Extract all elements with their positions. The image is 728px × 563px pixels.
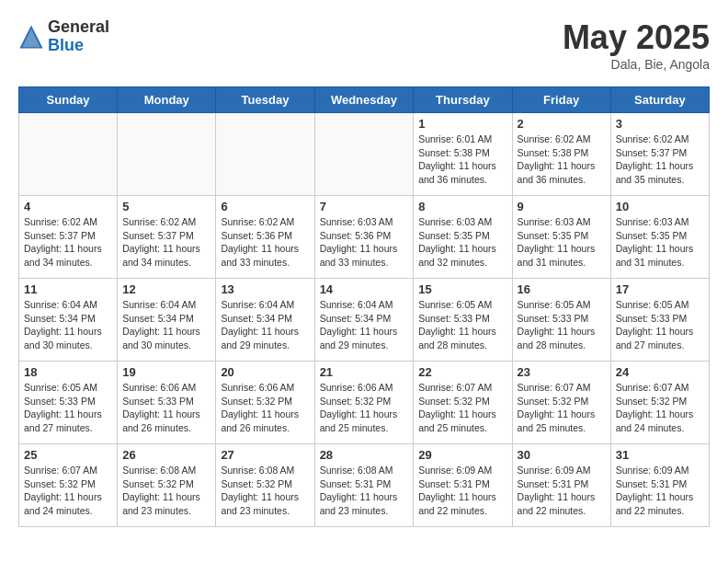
calendar-cell: 9Sunrise: 6:03 AMSunset: 5:35 PMDaylight…	[512, 196, 610, 279]
day-number: 8	[418, 200, 506, 213]
day-number: 20	[221, 365, 309, 379]
calendar-table: SundayMondayTuesdayWednesdayThursdayFrid…	[18, 86, 710, 527]
day-number: 7	[320, 200, 409, 213]
calendar-cell	[19, 113, 118, 196]
calendar-cell: 8Sunrise: 6:03 AMSunset: 5:35 PMDaylight…	[414, 196, 512, 279]
calendar-cell	[216, 113, 314, 196]
week-row-5: 25Sunrise: 6:07 AMSunset: 5:32 PMDayligh…	[19, 444, 710, 527]
location: Dala, Bie, Angola	[563, 57, 710, 72]
day-number: 21	[320, 365, 409, 379]
day-number: 19	[122, 365, 210, 379]
week-row-1: 1Sunrise: 6:01 AMSunset: 5:38 PMDaylight…	[19, 113, 710, 196]
day-info: Sunrise: 6:09 AMSunset: 5:31 PMDaylight:…	[616, 464, 704, 518]
day-info: Sunrise: 6:09 AMSunset: 5:31 PMDaylight:…	[518, 464, 606, 518]
col-header-tuesday: Tuesday	[216, 87, 314, 113]
calendar-cell: 27Sunrise: 6:08 AMSunset: 5:32 PMDayligh…	[216, 444, 314, 527]
calendar-cell: 24Sunrise: 6:07 AMSunset: 5:32 PMDayligh…	[610, 362, 709, 444]
day-info: Sunrise: 6:06 AMSunset: 5:33 PMDaylight:…	[122, 381, 210, 435]
day-info: Sunrise: 6:05 AMSunset: 5:33 PMDaylight:…	[616, 298, 704, 352]
day-info: Sunrise: 6:03 AMSunset: 5:36 PMDaylight:…	[320, 215, 409, 270]
day-info: Sunrise: 6:03 AMSunset: 5:35 PMDaylight:…	[518, 215, 606, 270]
day-info: Sunrise: 6:02 AMSunset: 5:37 PMDaylight:…	[616, 132, 704, 187]
calendar-cell: 21Sunrise: 6:06 AMSunset: 5:32 PMDayligh…	[314, 362, 414, 444]
calendar-cell: 7Sunrise: 6:03 AMSunset: 5:36 PMDaylight…	[314, 196, 414, 279]
page-header: General Blue May 2025 Dala, Bie, Angola	[18, 18, 710, 72]
calendar-cell: 25Sunrise: 6:07 AMSunset: 5:32 PMDayligh…	[19, 444, 118, 527]
calendar-cell: 11Sunrise: 6:04 AMSunset: 5:34 PMDayligh…	[19, 279, 118, 362]
month-title: May 2025	[563, 18, 710, 57]
day-number: 13	[221, 282, 309, 296]
calendar-cell: 3Sunrise: 6:02 AMSunset: 5:37 PMDaylight…	[610, 113, 709, 196]
col-header-monday: Monday	[118, 87, 216, 113]
calendar-header-row: SundayMondayTuesdayWednesdayThursdayFrid…	[19, 87, 710, 113]
col-header-saturday: Saturday	[610, 87, 709, 113]
day-number: 24	[616, 365, 704, 379]
day-info: Sunrise: 6:04 AMSunset: 5:34 PMDaylight:…	[320, 298, 409, 352]
day-number: 16	[518, 282, 606, 296]
calendar-cell: 19Sunrise: 6:06 AMSunset: 5:33 PMDayligh…	[118, 362, 216, 444]
day-number: 30	[518, 448, 606, 462]
day-number: 17	[616, 282, 704, 296]
day-info: Sunrise: 6:02 AMSunset: 5:36 PMDaylight:…	[221, 215, 309, 270]
calendar-cell: 16Sunrise: 6:05 AMSunset: 5:33 PMDayligh…	[512, 279, 610, 362]
day-info: Sunrise: 6:06 AMSunset: 5:32 PMDaylight:…	[320, 381, 409, 435]
week-row-3: 11Sunrise: 6:04 AMSunset: 5:34 PMDayligh…	[19, 279, 710, 362]
week-row-2: 4Sunrise: 6:02 AMSunset: 5:37 PMDaylight…	[19, 196, 710, 279]
day-info: Sunrise: 6:07 AMSunset: 5:32 PMDaylight:…	[418, 381, 506, 435]
day-info: Sunrise: 6:08 AMSunset: 5:32 PMDaylight:…	[122, 464, 210, 518]
day-info: Sunrise: 6:04 AMSunset: 5:34 PMDaylight:…	[122, 298, 210, 352]
col-header-wednesday: Wednesday	[314, 87, 414, 113]
logo-general: General	[48, 18, 109, 37]
day-info: Sunrise: 6:04 AMSunset: 5:34 PMDaylight:…	[221, 298, 309, 352]
calendar-cell: 10Sunrise: 6:03 AMSunset: 5:35 PMDayligh…	[610, 196, 709, 279]
day-info: Sunrise: 6:02 AMSunset: 5:37 PMDaylight:…	[24, 215, 112, 270]
logo-text: General Blue	[48, 18, 109, 55]
day-info: Sunrise: 6:03 AMSunset: 5:35 PMDaylight:…	[616, 215, 704, 270]
calendar-cell: 4Sunrise: 6:02 AMSunset: 5:37 PMDaylight…	[19, 196, 118, 279]
day-number: 26	[122, 448, 210, 462]
day-info: Sunrise: 6:07 AMSunset: 5:32 PMDaylight:…	[24, 464, 112, 518]
day-info: Sunrise: 6:03 AMSunset: 5:35 PMDaylight:…	[418, 215, 506, 270]
calendar-cell: 26Sunrise: 6:08 AMSunset: 5:32 PMDayligh…	[118, 444, 216, 527]
day-info: Sunrise: 6:01 AMSunset: 5:38 PMDaylight:…	[418, 132, 506, 187]
logo-blue: Blue	[48, 37, 109, 55]
day-info: Sunrise: 6:08 AMSunset: 5:32 PMDaylight:…	[221, 464, 309, 518]
day-info: Sunrise: 6:06 AMSunset: 5:32 PMDaylight:…	[221, 381, 309, 435]
calendar-cell: 12Sunrise: 6:04 AMSunset: 5:34 PMDayligh…	[118, 279, 216, 362]
day-info: Sunrise: 6:07 AMSunset: 5:32 PMDaylight:…	[616, 381, 704, 435]
logo: General Blue	[18, 18, 109, 55]
day-number: 15	[418, 282, 506, 296]
calendar-cell: 22Sunrise: 6:07 AMSunset: 5:32 PMDayligh…	[414, 362, 512, 444]
day-number: 6	[221, 200, 309, 213]
day-info: Sunrise: 6:05 AMSunset: 5:33 PMDaylight:…	[518, 298, 606, 352]
day-number: 25	[24, 448, 112, 462]
calendar-cell: 29Sunrise: 6:09 AMSunset: 5:31 PMDayligh…	[414, 444, 512, 527]
calendar-cell: 2Sunrise: 6:02 AMSunset: 5:38 PMDaylight…	[512, 113, 610, 196]
calendar-cell: 23Sunrise: 6:07 AMSunset: 5:32 PMDayligh…	[512, 362, 610, 444]
day-number: 28	[320, 448, 409, 462]
day-number: 23	[518, 365, 606, 379]
calendar-cell: 6Sunrise: 6:02 AMSunset: 5:36 PMDaylight…	[216, 196, 314, 279]
day-number: 29	[418, 448, 506, 462]
day-number: 27	[221, 448, 309, 462]
day-number: 3	[616, 117, 704, 131]
col-header-thursday: Thursday	[414, 87, 512, 113]
calendar-cell: 15Sunrise: 6:05 AMSunset: 5:33 PMDayligh…	[414, 279, 512, 362]
day-number: 22	[418, 365, 506, 379]
calendar-cell: 20Sunrise: 6:06 AMSunset: 5:32 PMDayligh…	[216, 362, 314, 444]
day-number: 31	[616, 448, 704, 462]
week-row-4: 18Sunrise: 6:05 AMSunset: 5:33 PMDayligh…	[19, 362, 710, 444]
calendar-cell: 5Sunrise: 6:02 AMSunset: 5:37 PMDaylight…	[118, 196, 216, 279]
day-info: Sunrise: 6:05 AMSunset: 5:33 PMDaylight:…	[24, 381, 112, 435]
calendar-cell: 1Sunrise: 6:01 AMSunset: 5:38 PMDaylight…	[414, 113, 512, 196]
col-header-friday: Friday	[512, 87, 610, 113]
day-number: 12	[122, 282, 210, 296]
day-number: 4	[24, 200, 112, 213]
calendar-cell: 17Sunrise: 6:05 AMSunset: 5:33 PMDayligh…	[610, 279, 709, 362]
calendar-cell	[314, 113, 414, 196]
day-info: Sunrise: 6:07 AMSunset: 5:32 PMDaylight:…	[518, 381, 606, 435]
day-info: Sunrise: 6:08 AMSunset: 5:31 PMDaylight:…	[320, 464, 409, 518]
day-info: Sunrise: 6:02 AMSunset: 5:38 PMDaylight:…	[518, 132, 606, 187]
day-info: Sunrise: 6:09 AMSunset: 5:31 PMDaylight:…	[418, 464, 506, 518]
calendar-cell: 28Sunrise: 6:08 AMSunset: 5:31 PMDayligh…	[314, 444, 414, 527]
